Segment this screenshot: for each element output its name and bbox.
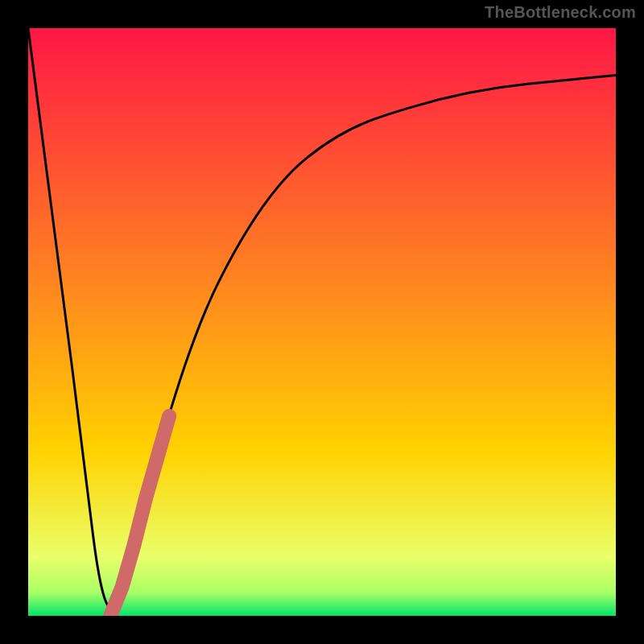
chart-frame: TheBottleneck.com <box>0 0 644 644</box>
gradient-background <box>28 28 616 616</box>
chart-svg <box>28 28 616 616</box>
watermark-text: TheBottleneck.com <box>485 3 636 22</box>
chart-plot-area <box>28 28 616 616</box>
